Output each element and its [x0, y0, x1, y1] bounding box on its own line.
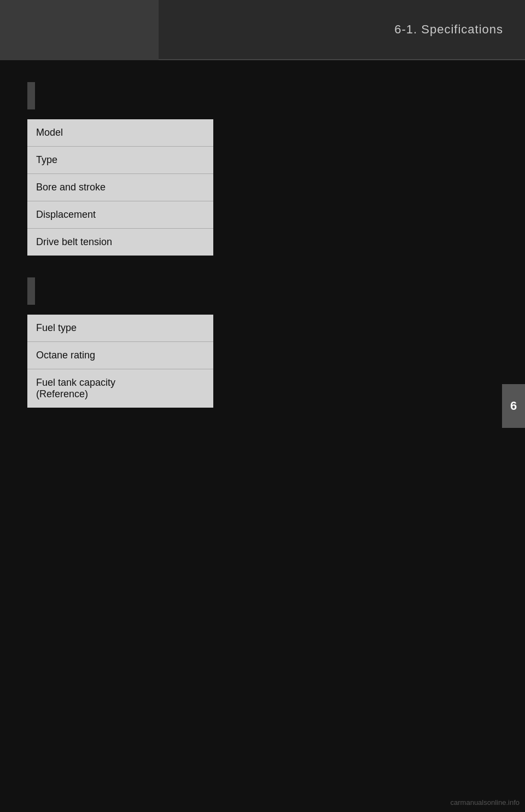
model-label: Model [27, 119, 213, 147]
fuel-spec-table: Fuel type Octane rating Fuel tank capaci… [27, 315, 213, 408]
chapter-tab: 6 [502, 384, 525, 428]
table-row: Fuel tank capacity(Reference) [27, 369, 213, 408]
octane-rating-label: Octane rating [27, 342, 213, 369]
main-content: Model Type Bore and stroke Displacement … [0, 60, 525, 812]
table-row: Fuel type [27, 315, 213, 342]
table-row: Model [27, 119, 213, 147]
table-row: Octane rating [27, 342, 213, 369]
section2-marker [27, 277, 35, 305]
fuel-type-label: Fuel type [27, 315, 213, 342]
table-row: Type [27, 147, 213, 174]
page-title: 6-1. Specifications [394, 22, 503, 37]
fuel-section: Fuel type Octane rating Fuel tank capaci… [27, 277, 498, 408]
displacement-label: Displacement [27, 201, 213, 229]
footer-watermark: carmanualsonline.info [451, 798, 520, 807]
header-left-stripe [0, 0, 159, 60]
table-row: Displacement [27, 201, 213, 229]
table-row: Drive belt tension [27, 229, 213, 256]
type-label: Type [27, 147, 213, 174]
table-row: Bore and stroke [27, 174, 213, 201]
page-header: 6-1. Specifications [0, 0, 525, 60]
section1-marker [27, 82, 35, 109]
bore-stroke-label: Bore and stroke [27, 174, 213, 201]
fuel-tank-capacity-label: Fuel tank capacity(Reference) [27, 369, 213, 408]
engine-spec-table: Model Type Bore and stroke Displacement … [27, 119, 213, 256]
engine-section: Model Type Bore and stroke Displacement … [27, 82, 498, 256]
chapter-tab-label: 6 [510, 399, 517, 413]
drive-belt-label: Drive belt tension [27, 229, 213, 256]
